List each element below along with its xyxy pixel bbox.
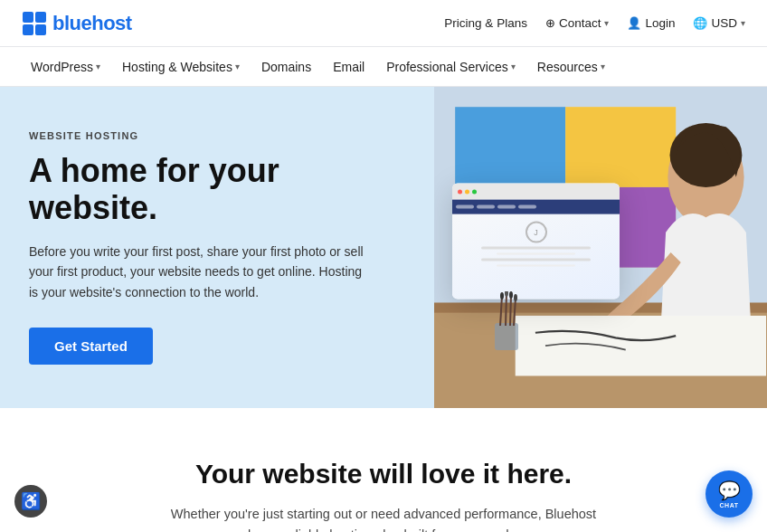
- svg-rect-7: [565, 107, 676, 187]
- browser-minimize-dot: [465, 190, 469, 195]
- hero-title: A home for your website.: [29, 152, 405, 227]
- currency-selector[interactable]: 🌐 USD ▾: [693, 16, 745, 30]
- bluehost-logo-icon: [22, 11, 47, 36]
- professional-services-chevron-icon: ▾: [511, 62, 516, 71]
- website-subtitle-line: [497, 253, 575, 255]
- logo-text: bluehost: [52, 12, 132, 35]
- below-hero-section: Your website will love it here. Whether …: [0, 408, 767, 532]
- browser-maximize-dot: [472, 190, 477, 195]
- svg-rect-17: [495, 323, 518, 350]
- contact-link[interactable]: ⊕ Contact ▾: [545, 16, 610, 30]
- logo[interactable]: bluehost: [22, 11, 132, 36]
- browser-close-dot: [458, 190, 462, 195]
- chat-icon: 💬: [718, 480, 741, 501]
- contact-icon: ⊕: [545, 16, 555, 30]
- globe-icon: 🌐: [693, 16, 707, 30]
- svg-point-22: [500, 292, 504, 299]
- contact-chevron-icon: ▾: [604, 18, 609, 28]
- svg-point-23: [505, 291, 508, 297]
- nav-item-domains[interactable]: Domains: [252, 47, 320, 87]
- svg-rect-1: [35, 12, 46, 23]
- login-link[interactable]: 👤 Login: [627, 16, 675, 30]
- svg-line-18: [500, 296, 502, 326]
- svg-rect-0: [23, 12, 33, 23]
- hero-description: Before you write your first post, share …: [29, 242, 373, 302]
- website-title-line: [481, 247, 591, 250]
- browser-mockup: J: [452, 184, 620, 299]
- hero-content: WEBSITE HOSTING A home for your website.…: [0, 87, 434, 408]
- chat-label: CHAT: [720, 502, 739, 508]
- top-navigation: bluehost Pricing & Plans ⊕ Contact ▾ 👤 L…: [0, 0, 767, 47]
- nav-item-resources[interactable]: Resources ▾: [528, 47, 614, 87]
- accessibility-button[interactable]: ♿: [14, 485, 47, 518]
- hero-section: WEBSITE HOSTING A home for your website.…: [0, 87, 767, 408]
- svg-point-25: [514, 294, 517, 301]
- nav-dot-2: [477, 205, 495, 209]
- nav-item-professional-services[interactable]: Professional Services ▾: [377, 47, 525, 87]
- browser-content: J: [452, 200, 620, 299]
- paint-brushes: [484, 291, 529, 358]
- resources-chevron-icon: ▾: [601, 62, 605, 71]
- hosting-chevron-icon: ▾: [235, 62, 240, 71]
- browser-body: J: [452, 214, 620, 299]
- nav-item-email[interactable]: Email: [324, 47, 374, 87]
- user-icon: 👤: [627, 16, 641, 30]
- below-hero-title: Your website will love it here.: [22, 459, 745, 489]
- nav-dot-4: [518, 205, 536, 209]
- svg-point-24: [509, 291, 513, 299]
- website-content-line-2: [497, 265, 575, 267]
- nav-item-wordpress[interactable]: WordPress ▾: [22, 47, 109, 87]
- currency-chevron-icon: ▾: [741, 18, 745, 28]
- browser-nav-bar: [452, 200, 620, 214]
- svg-line-21: [514, 298, 516, 326]
- svg-rect-2: [23, 24, 33, 35]
- nav-dot-1: [456, 205, 474, 209]
- website-logo-placeholder: J: [526, 222, 547, 243]
- get-started-button[interactable]: Get Started: [29, 328, 153, 365]
- hero-image-area: J: [434, 87, 767, 408]
- svg-rect-16: [516, 316, 766, 376]
- main-navigation: WordPress ▾ Hosting & Websites ▾ Domains…: [0, 47, 767, 87]
- svg-rect-6: [455, 107, 565, 187]
- top-nav-links: Pricing & Plans ⊕ Contact ▾ 👤 Login 🌐 US…: [444, 16, 745, 30]
- accessibility-icon: ♿: [21, 491, 41, 511]
- svg-line-19: [506, 293, 507, 326]
- nav-item-hosting[interactable]: Hosting & Websites ▾: [113, 47, 249, 87]
- below-hero-description: Whether you're just starting out or need…: [166, 504, 601, 532]
- browser-bar: [452, 184, 620, 200]
- hero-eyebrow: WEBSITE HOSTING: [29, 130, 405, 141]
- svg-rect-3: [35, 24, 46, 35]
- chat-button[interactable]: 💬 CHAT: [705, 470, 753, 518]
- wordpress-chevron-icon: ▾: [96, 62, 100, 71]
- website-content-line: [481, 259, 591, 261]
- nav-dot-3: [497, 205, 516, 209]
- pricing-plans-link[interactable]: Pricing & Plans: [444, 16, 527, 30]
- svg-line-20: [510, 295, 511, 326]
